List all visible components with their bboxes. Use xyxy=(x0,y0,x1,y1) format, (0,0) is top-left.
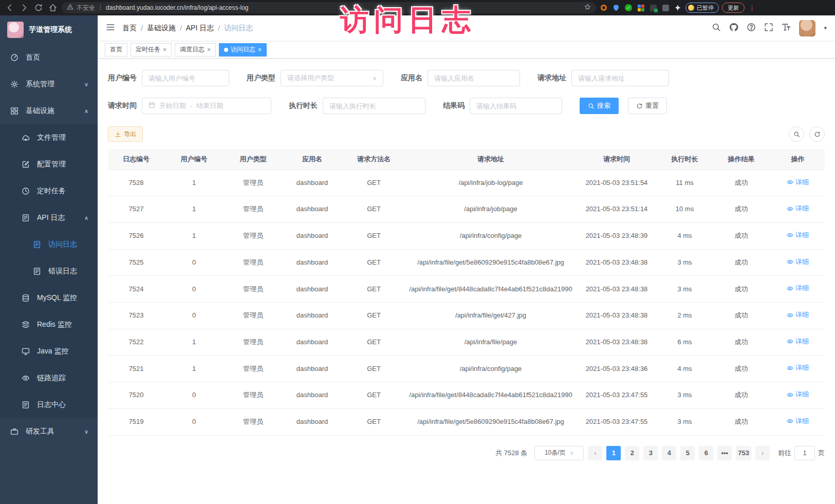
reset-button[interactable]: 重置 xyxy=(628,98,667,114)
toggle-search-button[interactable] xyxy=(789,126,804,142)
page-button-1[interactable]: 1 xyxy=(606,446,621,460)
request-url-input[interactable] xyxy=(571,70,669,86)
sidebar-item-redis[interactable]: Redis 监控 xyxy=(0,311,98,338)
page-ellipsis[interactable]: ••• xyxy=(717,446,732,460)
cell-log-id: 7526 xyxy=(108,222,164,249)
user-avatar[interactable] xyxy=(799,20,815,36)
result-code-input[interactable] xyxy=(470,98,562,114)
sidebar-item-system[interactable]: 系统管理 ∨ xyxy=(0,71,98,98)
breadcrumb-api-log[interactable]: API 日志 xyxy=(186,24,214,33)
cell-method: GET xyxy=(342,356,406,382)
detail-link[interactable]: 详细 xyxy=(787,310,809,320)
extension-icon-squares[interactable] xyxy=(636,3,645,12)
page-button-4[interactable]: 4 xyxy=(662,446,676,460)
page-button-3[interactable]: 3 xyxy=(643,446,658,460)
page-button-2[interactable]: 2 xyxy=(625,446,639,460)
sidebar-item-mysql[interactable]: MySQL 监控 xyxy=(0,285,98,311)
detail-link[interactable]: 详细 xyxy=(787,363,809,373)
sidebar-item-log-center[interactable]: 日志中心 xyxy=(0,391,98,418)
address-bar[interactable]: 不安全 dashboard.yudao.iocoder.cn/infra/log… xyxy=(62,2,596,13)
sidebar-item-infra[interactable]: 基础设施 ∧ xyxy=(0,98,98,124)
goto-page-input[interactable] xyxy=(794,446,815,460)
search-button[interactable]: 搜索 xyxy=(580,98,619,114)
fullscreen-icon[interactable] xyxy=(764,23,773,34)
pagination: 共 7528 条 10条/页 ∨ ‹ 1 2 3 4 5 6 ••• 753 › xyxy=(108,446,825,460)
sidebar-item-error-log[interactable]: 错误日志 xyxy=(0,258,98,285)
breadcrumb-home[interactable]: 首页 xyxy=(122,24,137,33)
back-icon[interactable] xyxy=(4,2,15,13)
sidebar-item-devtools[interactable]: 研发工具 ∨ xyxy=(0,418,98,445)
sidebar-item-job[interactable]: 定时任务 xyxy=(0,178,98,204)
cell-user-id: 1 xyxy=(164,170,224,196)
filter-row-1: 用户编号 用户类型 请选择用户类型 ∨ 应用名 请求地址 xyxy=(108,70,825,86)
bookmark-star-icon[interactable] xyxy=(584,4,591,12)
page-button-last[interactable]: 753 xyxy=(736,446,751,460)
extension-icon-orange[interactable] xyxy=(599,3,608,12)
refresh-table-button[interactable] xyxy=(809,126,825,142)
logo-avatar xyxy=(7,22,24,38)
tab-home[interactable]: 首页 xyxy=(105,43,127,57)
detail-link[interactable]: 详细 xyxy=(787,230,809,240)
prev-page-button[interactable]: ‹ xyxy=(588,446,602,460)
close-icon[interactable]: × xyxy=(258,46,262,53)
cell-time: 2021-05-03 23:48:38 xyxy=(576,249,658,276)
export-button[interactable]: 导出 xyxy=(108,126,143,142)
log-doc-icon xyxy=(33,267,41,275)
detail-link[interactable]: 详细 xyxy=(787,203,809,214)
user-id-input[interactable] xyxy=(142,70,229,86)
page-size-select[interactable]: 10条/页 ∨ xyxy=(534,446,584,460)
chevron-down-icon[interactable]: ▾ xyxy=(824,25,827,31)
cell-time: 2021-05-03 23:48:38 xyxy=(576,329,658,356)
eye-icon xyxy=(787,232,793,238)
sidebar-item-config[interactable]: 配置管理 xyxy=(0,151,98,178)
breadcrumb-infra[interactable]: 基础设施 xyxy=(147,24,176,33)
extension-icon-gray[interactable] xyxy=(661,3,670,12)
extension-icon-translate[interactable] xyxy=(648,3,658,12)
duration-input[interactable] xyxy=(323,98,425,114)
request-time-range[interactable]: 开始日期 - 结束日期 xyxy=(142,98,271,114)
app-name-input[interactable] xyxy=(428,70,520,86)
browser-menu-icon[interactable]: ⋮ xyxy=(748,4,756,12)
grid-icon xyxy=(10,107,18,115)
sidebar-item-api-log[interactable]: API 日志 ∧ xyxy=(0,204,98,231)
home-icon[interactable] xyxy=(47,2,59,13)
filter-label-request-url: 请求地址 xyxy=(537,73,566,83)
cell-log-id: 7528 xyxy=(108,170,164,196)
cell-duration: 11 ms xyxy=(658,170,712,196)
hamburger-icon[interactable] xyxy=(106,23,115,34)
cell-result: 成功 xyxy=(712,249,771,276)
detail-link[interactable]: 详细 xyxy=(787,416,809,426)
detail-link[interactable]: 详细 xyxy=(787,257,809,267)
next-page-button[interactable]: › xyxy=(755,446,770,460)
page-button-5[interactable]: 5 xyxy=(680,446,695,460)
close-icon[interactable]: × xyxy=(207,46,211,53)
sidebar-item-java[interactable]: Java 监控 xyxy=(0,338,98,365)
search-icon[interactable] xyxy=(712,23,721,34)
github-icon[interactable] xyxy=(729,23,738,34)
profile-paused-badge[interactable]: 已暂停 xyxy=(685,3,719,13)
sidebar-item-file[interactable]: 文件管理 xyxy=(0,124,98,151)
extension-icon-pinwheel[interactable] xyxy=(673,3,682,12)
extension-icon-green[interactable]: ✓ xyxy=(624,3,633,12)
detail-link[interactable]: 详细 xyxy=(787,337,809,347)
close-icon[interactable]: × xyxy=(163,46,166,53)
sidebar-item-access-log[interactable]: 访问日志 xyxy=(0,231,98,258)
detail-link[interactable]: 详细 xyxy=(787,283,809,293)
extension-icon-shield[interactable] xyxy=(611,3,621,12)
browser-update-button[interactable]: 更新 xyxy=(722,3,745,13)
sidebar-item-tracing[interactable]: 链路追踪 xyxy=(0,365,98,391)
help-icon[interactable] xyxy=(747,23,756,34)
font-size-icon[interactable] xyxy=(782,23,791,34)
page-button-6[interactable]: 6 xyxy=(699,446,713,460)
detail-link[interactable]: 详细 xyxy=(787,177,809,188)
refresh-icon xyxy=(636,103,643,109)
reload-icon[interactable] xyxy=(33,2,44,13)
tab-job[interactable]: 定时任务× xyxy=(131,43,172,57)
detail-link[interactable]: 详细 xyxy=(787,389,809,400)
user-type-select[interactable]: 请选择用户类型 ∨ xyxy=(281,70,383,86)
forward-icon[interactable] xyxy=(18,2,30,13)
cell-method: GET xyxy=(342,196,406,223)
sidebar-item-home[interactable]: 首页 xyxy=(0,44,98,71)
tab-job-log[interactable]: 调度日志× xyxy=(175,43,216,57)
tab-access-log[interactable]: 访问日志× xyxy=(219,43,267,57)
